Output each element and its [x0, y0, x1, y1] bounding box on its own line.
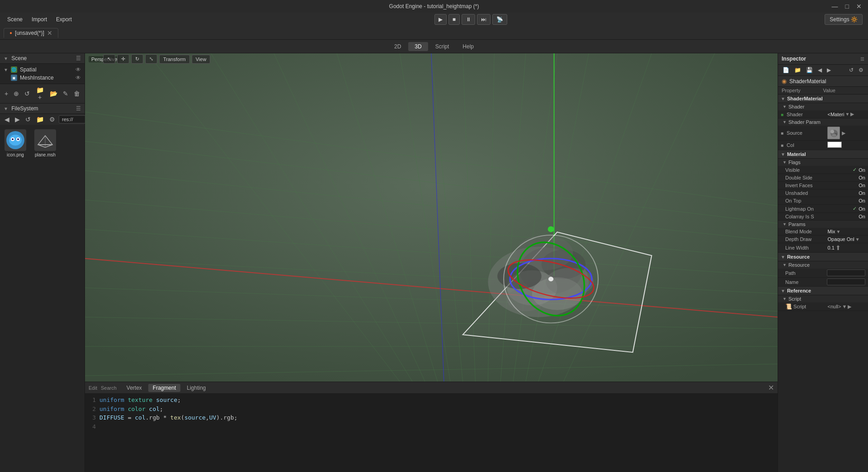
- svg-point-53: [548, 277, 553, 281]
- section-header-shadermaterial[interactable]: ▼ ShaderMaterial: [778, 94, 868, 103]
- menu-export[interactable]: Export: [52, 15, 75, 24]
- insp-open-button[interactable]: 📁: [793, 66, 803, 74]
- svg-point-56: [830, 130, 834, 133]
- shader-param-props-table: ■ Source: [778, 126, 868, 150]
- tab-lighting[interactable]: Lighting: [182, 384, 210, 392]
- pause-button[interactable]: ⏸: [462, 14, 475, 25]
- subsection-script: ▼ Script: [778, 295, 868, 302]
- tab-vertex[interactable]: Vertex: [122, 384, 146, 392]
- code-editor[interactable]: 1 uniform texture source; 2 uniform colo…: [85, 394, 778, 472]
- shader-dropdown[interactable]: <Materi ▼ ▶: [827, 111, 865, 117]
- add-node-button[interactable]: +: [3, 89, 10, 98]
- fs-forward-button[interactable]: ▶: [13, 115, 22, 124]
- move-tool-button[interactable]: ✛: [117, 54, 129, 64]
- tab-unsaved[interactable]: ● [unsaved(*)] ✕: [4, 28, 58, 38]
- transform-button[interactable]: Transform: [159, 55, 190, 64]
- file-icon-mesh: [34, 129, 56, 151]
- inspector-header: Inspector ☰: [778, 53, 868, 65]
- prop-header: Property Value: [778, 87, 868, 94]
- viewport-toolbar: ↖ ✛ ↻ ⤡ Transform View: [103, 54, 210, 64]
- file-item-icon-png[interactable]: icon.png: [3, 127, 28, 159]
- tree-item-spatial[interactable]: ▼ 🌐 Spatial 👁: [0, 66, 85, 74]
- settings-button[interactable]: Settings 🔆: [825, 14, 863, 25]
- reload-button[interactable]: ↺: [23, 89, 32, 98]
- col-color-swatch[interactable]: [827, 142, 842, 148]
- inspector-menu-icon[interactable]: ☰: [860, 57, 864, 61]
- tab-3d[interactable]: 3D: [408, 42, 428, 51]
- maximize-button[interactable]: □: [843, 2, 852, 11]
- inspector-toolbar: 📄 📁 💾 ◀ ▶ ↺ ⚙: [778, 65, 868, 76]
- frame-button[interactable]: ⏭: [477, 14, 491, 25]
- insp-new-button[interactable]: 📄: [781, 66, 791, 74]
- code-line-4: 4: [89, 422, 774, 431]
- fs-newfolder-button[interactable]: 📁: [34, 115, 46, 124]
- remote-button[interactable]: 📡: [492, 14, 507, 25]
- material-title-bar: ◉ ShaderMaterial: [778, 76, 868, 87]
- section-header-resource[interactable]: ▼ Resource: [778, 253, 868, 261]
- tab-help[interactable]: Help: [456, 42, 480, 51]
- svg-point-2: [9, 135, 22, 146]
- viewport[interactable]: Perspective ↖ ✛ ↻ ⤡ Transform View: [85, 53, 778, 382]
- insp-back-button[interactable]: ◀: [816, 66, 824, 74]
- insp-settings-button[interactable]: ⚙: [857, 66, 865, 74]
- file-item-plane-msh[interactable]: plane.msh: [33, 127, 58, 159]
- open-button[interactable]: 📂: [48, 89, 59, 98]
- resource-name-input[interactable]: [827, 278, 866, 285]
- visibility-icon-spatial[interactable]: 👁: [75, 66, 81, 73]
- scene-title: ▼ Scene: [4, 55, 27, 61]
- blend-mode-dropdown[interactable]: Mix ▼: [827, 229, 865, 234]
- select-tool-button[interactable]: ↖: [103, 54, 115, 64]
- play-button[interactable]: ▶: [434, 14, 447, 25]
- delete-button[interactable]: 🗑: [72, 89, 82, 98]
- line-width-arrows[interactable]: ⬆: [835, 244, 841, 251]
- insp-forward-button[interactable]: ▶: [825, 66, 833, 74]
- minimize-button[interactable]: —: [829, 2, 841, 11]
- prop-source: ■ Source: [778, 126, 868, 141]
- section-header-material[interactable]: ▼ Material: [778, 150, 868, 159]
- tab-fragment[interactable]: Fragment: [148, 384, 180, 392]
- fs-reload-button[interactable]: ↺: [24, 115, 33, 124]
- menu-scene[interactable]: Scene: [4, 15, 26, 24]
- edit-button[interactable]: ✎: [61, 89, 70, 98]
- insp-refresh-button[interactable]: ↺: [847, 66, 855, 74]
- tab-2d[interactable]: 2D: [388, 42, 407, 51]
- new-folder-button[interactable]: 📁+: [33, 85, 46, 102]
- bottom-close-button[interactable]: ✕: [768, 383, 774, 392]
- flag-on-top: On Top On: [778, 197, 868, 205]
- subsection-shader: ▼ Shader: [778, 103, 868, 110]
- tab-close-button[interactable]: ✕: [47, 29, 52, 37]
- add-instance-button[interactable]: ⊕: [12, 89, 21, 98]
- script-dropdown[interactable]: ▼: [842, 304, 847, 309]
- source-texture-thumb[interactable]: [827, 127, 840, 139]
- insp-save-button[interactable]: 💾: [804, 66, 815, 74]
- scene-menu-icon[interactable]: ☰: [76, 55, 81, 61]
- inspector-title: Inspector: [782, 56, 806, 62]
- filesystem-title: ▼ FileSystem: [4, 105, 38, 112]
- filesystem-content: icon.png plane.msh: [0, 125, 85, 162]
- tab-script[interactable]: Script: [429, 42, 456, 51]
- fs-settings-button[interactable]: ⚙: [47, 115, 57, 124]
- filesystem-menu-icon[interactable]: ☰: [76, 105, 81, 112]
- menubar: Scene Import Export ▶ ■ ⏸ ⏭ 📡 Settings 🔆: [0, 13, 868, 26]
- scale-tool-button[interactable]: ⤡: [145, 54, 157, 64]
- script-value: <null> ▼ ▶: [827, 304, 865, 310]
- tree-item-meshinstance[interactable]: ▣ MeshInstance 👁: [0, 74, 85, 82]
- titlebar-controls[interactable]: — □ ✕: [829, 2, 864, 11]
- visibility-icon-mesh[interactable]: 👁: [75, 75, 81, 81]
- shader-props-table: ■ Shader <Materi ▼ ▶: [778, 110, 868, 118]
- scene-toolbar: + ⊕ ↺ 📁+ 📂 ✎ 🗑: [0, 84, 85, 103]
- resource-path-input[interactable]: [827, 269, 866, 276]
- close-button[interactable]: ✕: [854, 2, 864, 11]
- depth-draw-dropdown[interactable]: Opaque Onl ▼: [827, 236, 865, 242]
- section-header-reference[interactable]: ▼ Reference: [778, 287, 868, 295]
- script-props-table: 📜 Script <null> ▼ ▶: [778, 302, 868, 311]
- rotate-tool-button[interactable]: ↻: [131, 54, 143, 64]
- scene-header: ▼ Scene ☰: [0, 53, 85, 64]
- view-button[interactable]: View: [192, 55, 211, 64]
- stop-button[interactable]: ■: [448, 14, 460, 25]
- source-value: ▶: [827, 127, 865, 139]
- script-arrow[interactable]: ▶: [848, 304, 851, 310]
- source-arrow[interactable]: ▶: [842, 130, 845, 136]
- fs-back-button[interactable]: ◀: [3, 115, 11, 124]
- menu-import[interactable]: Import: [28, 15, 51, 24]
